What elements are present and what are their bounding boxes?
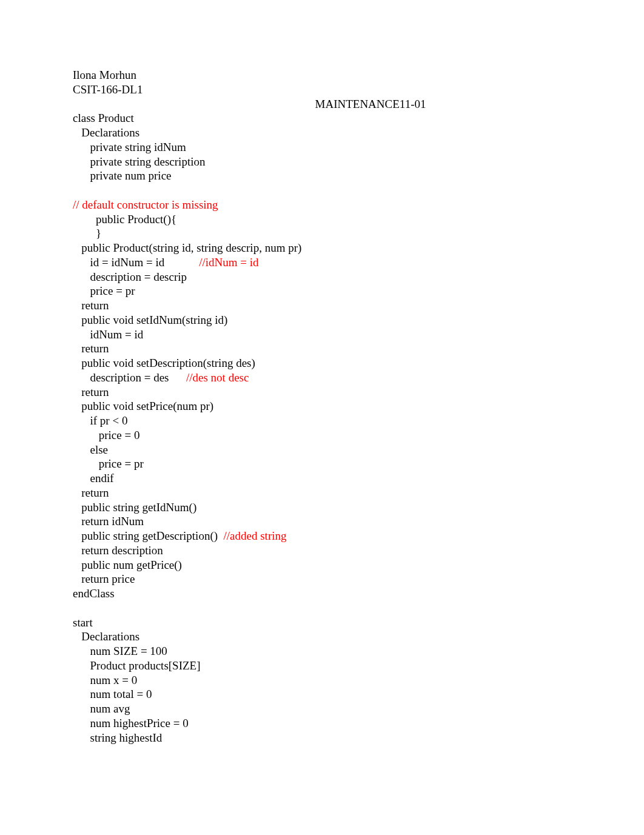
document-title: MAINTENANCE11-01 — [170, 97, 571, 112]
code-line: id = idNum = id //idNum = id — [73, 255, 571, 270]
code-line: private string description — [73, 155, 571, 169]
code-line: Declarations — [73, 126, 571, 140]
code-line: num highestPrice = 0 — [73, 716, 571, 731]
code-line: price = 0 — [73, 428, 571, 443]
code-line: public void setDescription(string des) — [73, 356, 571, 371]
code-line: idNum = id — [73, 327, 571, 342]
code-line: return idNum — [73, 514, 571, 529]
code-line: return — [73, 341, 571, 356]
document-page: Ilona Morhun CSIT-166-DL1 MAINTENANCE11-… — [0, 0, 644, 835]
code-line: public num getPrice() — [73, 558, 571, 572]
code-line: } — [73, 226, 571, 241]
code-line: num x = 0 — [73, 673, 571, 688]
code-line: num SIZE = 100 — [73, 644, 571, 659]
code-text: public string getDescription() — [73, 529, 224, 542]
comment-text: //idNum = id — [199, 256, 258, 269]
code-line: class Product — [73, 111, 571, 126]
comment-text: //added string — [224, 529, 287, 542]
code-line: if pr < 0 — [73, 414, 571, 428]
code-line: endif — [73, 471, 571, 486]
code-line: description = des //des not desc — [73, 371, 571, 385]
code-line: start — [73, 615, 571, 630]
code-line: else — [73, 443, 571, 457]
blank-line — [73, 183, 571, 198]
code-line: num avg — [73, 702, 571, 716]
code-line: return — [73, 385, 571, 400]
comment-line: // default constructor is missing — [73, 198, 571, 212]
code-text: description = des — [73, 371, 186, 384]
code-line: return price — [73, 572, 571, 586]
code-line: return — [73, 298, 571, 313]
code-line: Product products[SIZE] — [73, 659, 571, 673]
code-line: public Product(string id, string descrip… — [73, 241, 571, 255]
code-line: price = pr — [73, 284, 571, 298]
code-line: public void setIdNum(string id) — [73, 313, 571, 327]
code-line: public Product(){ — [73, 212, 571, 227]
code-line: endClass — [73, 586, 571, 601]
code-line: public string getIdNum() — [73, 500, 571, 515]
code-line: description = descrip — [73, 270, 571, 284]
code-line: private string idNum — [73, 140, 571, 155]
code-line: public void setPrice(num pr) — [73, 399, 571, 414]
code-line: price = pr — [73, 457, 571, 471]
code-line: return description — [73, 543, 571, 558]
code-line: Declarations — [73, 629, 571, 644]
code-line: private num price — [73, 169, 571, 183]
blank-line — [73, 601, 571, 615]
comment-text: //des not desc — [186, 371, 249, 384]
code-line: num total = 0 — [73, 687, 571, 702]
code-line: return — [73, 486, 571, 500]
author-line: Ilona Morhun — [73, 68, 571, 82]
course-line: CSIT-166-DL1 — [73, 82, 571, 97]
code-line: string highestId — [73, 731, 571, 745]
code-line: public string getDescription() //added s… — [73, 529, 571, 543]
code-text: id = idNum = id — [73, 256, 199, 269]
